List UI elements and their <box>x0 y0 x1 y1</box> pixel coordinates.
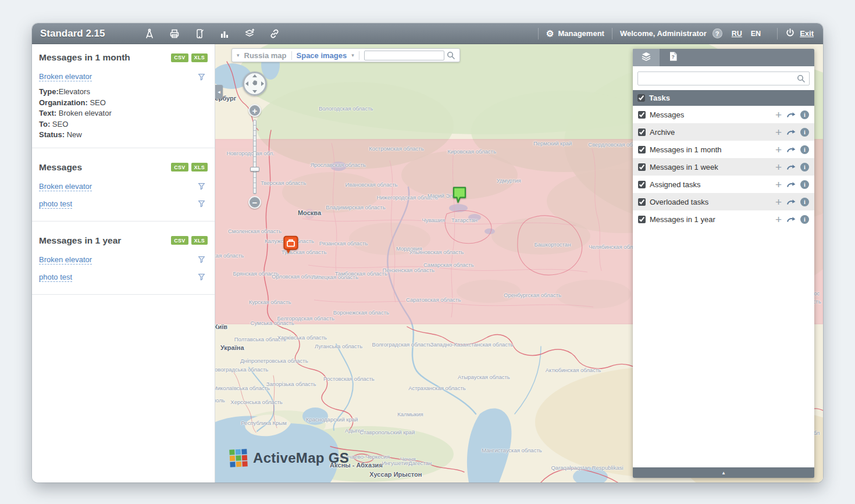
zoom-slider[interactable] <box>253 120 256 194</box>
layer-row-overloaded-tasks[interactable]: Overloaded tasks + i <box>633 193 814 210</box>
add-icon[interactable]: + <box>775 127 782 138</box>
info-icon[interactable]: i <box>800 180 809 189</box>
csv-export-button[interactable]: CSV <box>171 236 188 245</box>
pan-control[interactable] <box>243 72 267 96</box>
info-icon[interactable]: i <box>800 110 809 119</box>
layer-checkbox[interactable] <box>638 128 646 136</box>
go-to-layer-icon[interactable] <box>786 111 796 118</box>
chevron-down-icon[interactable]: ▾ <box>351 52 354 58</box>
layer-row-messages-1-week[interactable]: Messages in 1 week + i <box>633 158 814 176</box>
go-to-layer-icon[interactable] <box>786 146 796 153</box>
report-title: Messages in 1 month <box>39 52 130 63</box>
report-block-messages-1-month: Messages in 1 month CSV XLS Broken eleva… <box>32 44 215 148</box>
lang-en-link[interactable]: EN <box>751 30 761 38</box>
task-link[interactable]: Broken elevator <box>39 182 92 191</box>
add-icon[interactable]: + <box>775 162 782 173</box>
measure-icon[interactable] <box>137 23 162 44</box>
go-to-layer-icon[interactable] <box>786 216 796 223</box>
task-detail: Status: New <box>39 130 208 141</box>
exit-button[interactable]: Exit <box>785 28 814 40</box>
lang-ru-link[interactable]: RU <box>732 30 742 38</box>
orange-task-marker[interactable] <box>283 235 299 257</box>
go-to-layer-icon[interactable] <box>786 198 796 205</box>
tab-legend[interactable]: ? <box>660 49 686 66</box>
layer-checkbox[interactable] <box>638 181 646 188</box>
management-button[interactable]: ⚙ Management <box>546 29 604 38</box>
info-icon[interactable]: i <box>800 128 809 137</box>
add-icon[interactable]: + <box>775 214 782 225</box>
filter-icon[interactable] <box>198 183 205 190</box>
overlay-layer-select[interactable]: Space images <box>297 51 347 60</box>
layer-checkbox[interactable] <box>638 146 646 153</box>
layer-row-archive[interactable]: Archive + i <box>633 123 814 141</box>
search-icon[interactable] <box>797 74 805 85</box>
go-to-layer-icon[interactable] <box>786 163 796 170</box>
panel-collapse-arrow[interactable]: ◂ <box>215 85 223 99</box>
panel-collapse-button[interactable]: ▴ <box>633 467 814 478</box>
add-icon[interactable]: + <box>775 109 782 120</box>
layer-label: Messages in 1 month <box>650 145 771 154</box>
print-icon[interactable] <box>162 23 187 44</box>
task-link[interactable]: photo test <box>39 273 72 282</box>
task-link[interactable]: Broken elevator <box>39 72 92 81</box>
info-icon[interactable]: i <box>800 145 809 154</box>
pan-up-icon[interactable] <box>252 74 257 77</box>
chevron-down-icon[interactable]: ▾ <box>237 52 240 58</box>
add-icon[interactable]: + <box>775 144 782 155</box>
zoom-slider-handle[interactable] <box>250 167 259 171</box>
base-layer-select[interactable]: Russia map <box>244 51 287 60</box>
info-icon[interactable]: i <box>800 163 809 171</box>
layer-row-messages-1-month[interactable]: Messages in 1 month + i <box>633 141 814 158</box>
logo-grid-icon <box>229 448 248 468</box>
layer-label: Assigned tasks <box>650 180 771 189</box>
group-checkbox[interactable] <box>637 94 645 102</box>
add-icon[interactable]: + <box>775 179 782 190</box>
zoom-in-button[interactable]: + <box>248 104 261 117</box>
layer-row-messages[interactable]: Messages + i <box>633 106 814 123</box>
layer-checkbox[interactable] <box>638 111 646 119</box>
map-search-input[interactable] <box>364 51 444 60</box>
layer-row-messages-1-year[interactable]: Messages in 1 year + i <box>633 210 814 228</box>
zoom-out-button[interactable]: − <box>248 196 261 209</box>
green-task-area-marker[interactable] <box>452 185 467 206</box>
filter-icon[interactable] <box>198 200 205 208</box>
filter-icon[interactable] <box>198 73 205 81</box>
xls-export-button[interactable]: XLS <box>191 236 208 245</box>
info-icon[interactable]: i <box>800 215 809 224</box>
layers-panel-tabs: ? <box>633 49 814 66</box>
go-to-layer-icon[interactable] <box>786 181 796 188</box>
add-icon[interactable]: + <box>775 196 782 208</box>
mobile-device-icon[interactable] <box>187 23 212 44</box>
statistics-icon[interactable] <box>212 23 237 44</box>
page-background: Standard 2.15 <box>0 0 855 504</box>
csv-export-button[interactable]: CSV <box>171 53 188 62</box>
xls-export-button[interactable]: XLS <box>191 163 208 171</box>
search-icon[interactable] <box>447 51 455 59</box>
link-icon[interactable] <box>262 23 287 44</box>
layer-checkbox[interactable] <box>638 216 646 223</box>
info-icon[interactable]: i <box>800 198 809 206</box>
pan-left-icon[interactable] <box>245 81 248 86</box>
layer-group-tasks[interactable]: Tasks <box>633 90 814 106</box>
layers-icon <box>641 51 651 64</box>
add-layer-icon[interactable] <box>237 23 262 44</box>
management-label: Management <box>558 29 604 38</box>
task-link[interactable]: photo test <box>39 199 72 209</box>
layer-checkbox[interactable] <box>638 198 646 206</box>
layer-checkbox[interactable] <box>638 163 646 171</box>
tab-layers[interactable] <box>633 49 660 66</box>
pan-right-icon[interactable] <box>261 81 264 86</box>
go-to-layer-icon[interactable] <box>786 128 796 135</box>
filter-icon[interactable] <box>198 256 205 263</box>
pan-down-icon[interactable] <box>252 90 257 93</box>
layer-row-assigned-tasks[interactable]: Assigned tasks + i <box>633 176 814 193</box>
filter-icon[interactable] <box>198 273 205 281</box>
task-detail: Organization: SEO <box>39 98 208 109</box>
map-canvas[interactable]: ПетербургВологодская областьНовгородская… <box>215 44 823 482</box>
csv-export-button[interactable]: CSV <box>171 163 188 171</box>
top-toolbar: Standard 2.15 <box>32 23 823 44</box>
layers-search-input[interactable] <box>637 72 810 85</box>
help-icon[interactable]: ? <box>712 28 722 38</box>
task-link[interactable]: Broken elevator <box>39 255 92 264</box>
xls-export-button[interactable]: XLS <box>191 53 208 62</box>
